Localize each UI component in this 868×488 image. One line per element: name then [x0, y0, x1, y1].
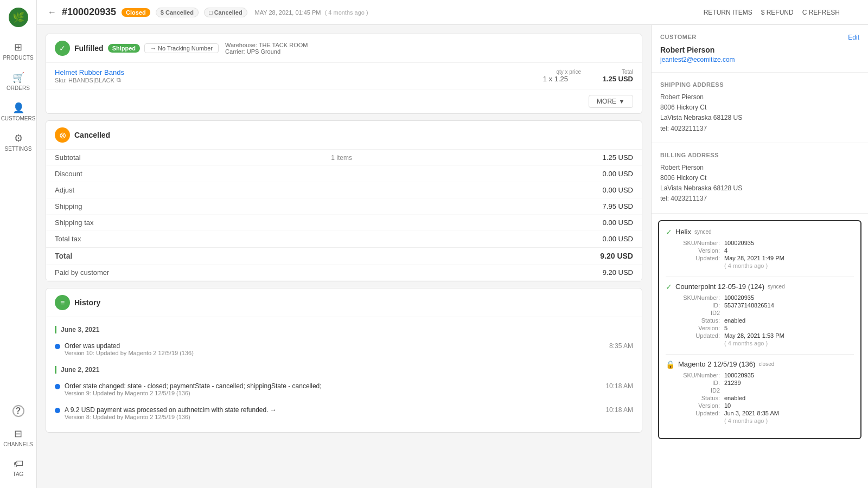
- more-button-container: MORE ▼: [46, 89, 642, 113]
- history-title: History: [74, 298, 100, 307]
- return-items-button[interactable]: RETURN ITEMS: [704, 9, 752, 16]
- copy-icon[interactable]: ⧉: [117, 76, 121, 84]
- history-dot-1: [55, 344, 60, 349]
- billing-address: Robert Pierson8006 Hickory CtLaVista Neb…: [660, 163, 859, 204]
- counterpoint-check-icon: ✓: [666, 282, 672, 291]
- history-body: June 3, 2021 Order was updated Version 1…: [46, 317, 642, 432]
- helix-check-icon: ✓: [666, 228, 672, 236]
- product-name[interactable]: Helmet Rubber Bands: [55, 68, 525, 76]
- sidebar-item-tag-label: TAG: [13, 471, 24, 477]
- sidebar-item-customers-label: CUSTOMERS: [1, 115, 36, 121]
- order-number: #100020935: [62, 7, 116, 18]
- sidebar-item-tag[interactable]: 🏷 TAG: [0, 454, 36, 481]
- product-total-area: Total 1.25 USD: [590, 69, 633, 83]
- history-dot-3: [55, 408, 60, 413]
- summary-row-total-tax: Total tax 0.00 USD: [46, 231, 642, 247]
- history-event-3: A 9.2 USD payment was processed on authn…: [55, 403, 633, 423]
- sidebar-item-settings[interactable]: ⚙ SETTINGS: [0, 128, 36, 156]
- summary-row-discount: Discount 0.00 USD: [46, 166, 642, 182]
- customer-section: CUSTOMER Edit Robert Pierson jeantest2@e…: [652, 25, 868, 73]
- product-row: Helmet Rubber Bands Sku: HBANDS|BLACK ⧉ …: [46, 63, 642, 89]
- summary-rows: Subtotal 1 items 1.25 USD Discount 0.00 …: [46, 150, 642, 281]
- back-button[interactable]: ←: [48, 8, 56, 17]
- helix-title: Helix: [675, 228, 691, 236]
- cancelled-title: Cancelled: [74, 131, 110, 139]
- product-sku: Sku: HBANDS|BLACK ⧉: [55, 76, 525, 84]
- history-date-june2: June 2, 2021: [55, 366, 633, 374]
- mg-id-row: ID: 21239: [676, 380, 854, 386]
- settings-icon: ⚙: [14, 132, 23, 144]
- sync-magento-header: 🔒 Magento 2 12/5/19 (136) closed: [666, 360, 854, 369]
- total-label: Total: [590, 69, 633, 75]
- warehouse-info: Warehouse: THE TACK ROOM Carrier: UPS Gr…: [225, 42, 308, 55]
- more-button[interactable]: MORE ▼: [589, 95, 633, 108]
- helix-sku-row: SKU/Number: 100020935: [676, 240, 854, 246]
- product-qty: 1 x 1.25: [525, 75, 568, 83]
- history-dot-2: [55, 384, 60, 389]
- cancelled-header: ⊗ Cancelled: [46, 121, 642, 150]
- summary-row-paid: Paid by customer 9.20 USD: [46, 265, 642, 281]
- counterpoint-title: Counterpoint 12-05-19 (124): [675, 282, 764, 291]
- sidebar-item-orders-label: ORDERS: [7, 85, 30, 91]
- cancelled-badge-payment: $ Cancelled: [156, 8, 199, 17]
- cp-updated-row: Updated: May 28, 2021 1:53 PM: [676, 332, 854, 339]
- sidebar-item-customers[interactable]: 👤 CUSTOMERS: [0, 98, 36, 126]
- fulfilled-header: ✓ Fulfilled Shipped → No Tracking Number…: [46, 34, 642, 63]
- mg-version-row: Version: 10: [676, 402, 854, 409]
- history-time-2: 10:18 AM: [601, 382, 633, 396]
- closed-badge: Closed: [122, 8, 150, 17]
- sync-counterpoint-header: ✓ Counterpoint 12-05-19 (124) synced: [666, 282, 854, 291]
- sidebar: 🌿 ⊞ PRODUCTS 🛒 ORDERS 👤 CUSTOMERS ⚙ SETT…: [0, 0, 37, 488]
- magento-title: Magento 2 12/5/19 (136): [678, 360, 755, 368]
- history-time-1: 8:35 AM: [601, 342, 633, 356]
- customers-icon: 👤: [12, 102, 24, 114]
- helix-version-row: Version: 4: [676, 247, 854, 254]
- summary-row-subtotal: Subtotal 1 items 1.25 USD: [46, 150, 642, 166]
- cp-status-row: Status: enabled: [676, 317, 854, 324]
- summary-row-shipping: Shipping 7.95 USD: [46, 198, 642, 215]
- history-icon: ≡: [55, 295, 70, 310]
- sidebar-item-channels[interactable]: ⊟ CHANNELS: [0, 423, 36, 452]
- cp-version-row: Version: 5: [676, 325, 854, 331]
- counterpoint-synced-badge: synced: [768, 284, 785, 290]
- sync-counterpoint: ✓ Counterpoint 12-05-19 (124) synced SKU…: [666, 282, 854, 346]
- customer-section-title: CUSTOMER Edit: [660, 34, 859, 41]
- summary-row-total: Total 9.20 USD: [46, 247, 642, 265]
- helix-ago-row: ( 4 months ago ): [676, 262, 854, 269]
- sync-helix-header: ✓ Helix synced: [666, 228, 854, 236]
- product-info: Helmet Rubber Bands Sku: HBANDS|BLACK ⧉: [55, 68, 525, 84]
- sync-helix: ✓ Helix synced SKU/Number: 100020935 Ver…: [666, 228, 854, 269]
- tracking-button[interactable]: → No Tracking Number: [144, 43, 219, 53]
- sidebar-item-channels-label: CHANNELS: [3, 441, 33, 447]
- dropdown-arrow-icon: ▼: [618, 98, 625, 105]
- tag-icon: 🏷: [14, 458, 23, 470]
- history-date-june3: June 3, 2021: [55, 326, 633, 333]
- sync-magento: 🔒 Magento 2 12/5/19 (136) closed SKU/Num…: [666, 360, 854, 424]
- refresh-button[interactable]: C REFRESH: [802, 9, 840, 16]
- sync-divider-1: [666, 277, 854, 277]
- history-event-1: Order was updated Version 10: Updated by…: [55, 339, 633, 359]
- history-event-2-text: Order state changed: state - closed; pay…: [65, 382, 322, 396]
- orders-icon: 🛒: [12, 72, 24, 84]
- sidebar-item-help[interactable]: ?: [0, 401, 36, 421]
- sync-panel: ✓ Helix synced SKU/Number: 100020935 Ver…: [658, 220, 861, 439]
- order-details: ✓ Fulfilled Shipped → No Tracking Number…: [37, 25, 651, 488]
- summary-row-adjust: Adjust 0.00 USD: [46, 182, 642, 198]
- history-event-2: Order state changed: state - closed; pay…: [55, 379, 633, 400]
- billing-address-section: BILLING ADDRESS Robert Pierson8006 Hicko…: [652, 143, 868, 214]
- cp-ago-row: ( 4 months ago ): [676, 340, 854, 346]
- helix-updated-row: Updated: May 28, 2021 1:49 PM: [676, 255, 854, 261]
- channels-icon: ⊟: [14, 428, 22, 440]
- app-logo[interactable]: 🌿: [8, 7, 29, 28]
- cp-sku-row: SKU/Number: 100020935: [676, 294, 854, 301]
- customer-email[interactable]: jeantest2@ecomitize.com: [660, 56, 859, 63]
- history-event-1-text: Order was updated Version 10: Updated by…: [65, 342, 194, 356]
- sidebar-item-products[interactable]: ⊞ PRODUCTS: [0, 37, 36, 65]
- sidebar-item-orders[interactable]: 🛒 ORDERS: [0, 67, 36, 95]
- magento-closed-badge: closed: [758, 361, 774, 367]
- edit-customer-button[interactable]: Edit: [848, 34, 859, 41]
- refund-button[interactable]: $ REFUND: [761, 9, 794, 16]
- cancelled-badge-shipping: □ Cancelled: [204, 8, 247, 17]
- customer-name: Robert Pierson: [660, 46, 859, 54]
- order-date: MAY 28, 2021, 01:45 PM ( 4 months ago ): [255, 9, 368, 16]
